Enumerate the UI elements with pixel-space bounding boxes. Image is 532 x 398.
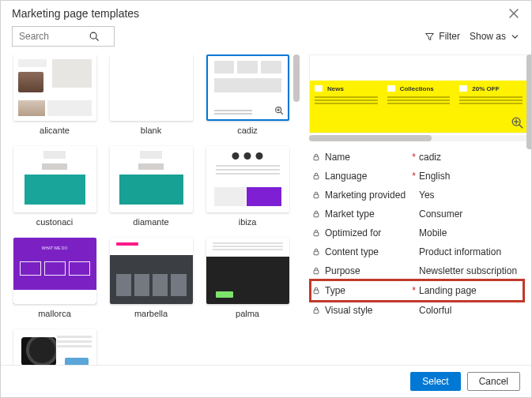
- preview-panel: NewsCollections20% OFF Name*cadizLanguag…: [301, 54, 531, 365]
- property-value: Product information: [419, 246, 522, 257]
- preview-column: Collections: [383, 82, 455, 133]
- template-card-label: alicante: [40, 126, 70, 135]
- property-label-text: Optimized for: [325, 227, 381, 238]
- property-label: Market type*: [312, 208, 419, 220]
- template-thumbnail[interactable]: [206, 54, 289, 121]
- property-label: Marketing provided*: [312, 190, 419, 201]
- template-card-label: custonaci: [36, 217, 73, 227]
- required-indicator: *: [412, 171, 416, 182]
- lock-icon: [312, 229, 320, 237]
- chevron-down-icon: [510, 32, 520, 42]
- search-box[interactable]: [12, 26, 115, 47]
- template-card-label: diamante: [133, 217, 168, 227]
- dialog-header: Marketing page templates: [1, 1, 531, 23]
- property-row: Marketing provided*Yes: [311, 186, 523, 205]
- template-thumbnail[interactable]: [110, 146, 193, 212]
- scrollbar-thumb[interactable]: [526, 54, 531, 149]
- template-card[interactable]: palma: [205, 238, 290, 318]
- template-preview: NewsCollections20% OFF: [309, 54, 528, 133]
- lock-icon: [312, 248, 320, 256]
- property-value: Yes: [419, 190, 522, 201]
- preview-column: News: [310, 82, 383, 133]
- dialog-footer: Select Cancel: [1, 365, 531, 397]
- template-card[interactable]: [12, 329, 97, 365]
- lock-icon: [312, 267, 320, 275]
- template-thumbnail[interactable]: [13, 54, 96, 121]
- property-label: Purpose*: [312, 265, 419, 276]
- lock-icon: [312, 306, 320, 314]
- dialog-main: alicanteblankcadizcustonacidiamanteibiza…: [1, 54, 531, 365]
- template-card[interactable]: WHAT WE DOmallorca: [12, 238, 97, 318]
- property-label: Content type*: [312, 246, 419, 257]
- property-label: Language*: [312, 171, 419, 182]
- template-card-label: blank: [141, 126, 161, 135]
- property-label: Name*: [312, 152, 419, 163]
- lock-icon: [312, 210, 320, 218]
- property-row: Visual style*Colorful: [311, 301, 523, 320]
- template-thumbnail[interactable]: [206, 146, 289, 212]
- scrollbar-thumb[interactable]: [293, 54, 300, 102]
- template-gallery: alicanteblankcadizcustonacidiamanteibiza…: [1, 54, 301, 365]
- svg-rect-7: [314, 232, 319, 236]
- template-thumbnail[interactable]: [110, 54, 193, 121]
- property-value: cadiz: [419, 152, 522, 163]
- property-label-text: Language: [325, 171, 367, 182]
- property-label-text: Content type: [325, 246, 379, 257]
- property-label-text: Marketing provided: [325, 190, 406, 201]
- property-row: Purpose*Newsletter subscription: [311, 261, 523, 280]
- property-row: Language*English: [311, 167, 523, 186]
- template-thumbnail[interactable]: [13, 146, 96, 212]
- template-card[interactable]: ibiza: [205, 146, 290, 227]
- preview-horizontal-scrollbar[interactable]: [309, 135, 528, 141]
- property-label-text: Name: [325, 152, 350, 163]
- svg-rect-3: [314, 156, 319, 160]
- property-row: Content type*Product information: [311, 242, 523, 261]
- lock-icon: [312, 172, 320, 180]
- property-label-text: Purpose: [325, 265, 360, 276]
- svg-rect-10: [314, 290, 319, 294]
- property-value: Landing page: [419, 285, 522, 296]
- template-card-label: mallorca: [38, 309, 71, 318]
- property-label-text: Visual style: [325, 305, 372, 316]
- template-card[interactable]: blank: [108, 54, 194, 135]
- search-input[interactable]: [17, 30, 89, 43]
- template-card[interactable]: custonaci: [12, 146, 97, 227]
- template-thumbnail[interactable]: [13, 329, 96, 365]
- zoom-icon[interactable]: [510, 115, 524, 130]
- cancel-button[interactable]: Cancel: [467, 372, 520, 391]
- svg-rect-6: [314, 213, 319, 217]
- zoom-icon: [274, 105, 285, 116]
- property-value: Colorful: [419, 305, 522, 316]
- gallery-scrollbar[interactable]: [293, 54, 300, 365]
- template-card-label: ibiza: [239, 217, 257, 227]
- scrollbar-thumb[interactable]: [309, 135, 432, 141]
- template-card[interactable]: cadiz: [205, 54, 290, 135]
- showas-button[interactable]: Show as: [470, 31, 520, 42]
- template-card[interactable]: diamante: [108, 146, 194, 227]
- svg-rect-4: [314, 175, 319, 179]
- property-row: Market type*Consumer: [311, 205, 523, 223]
- svg-rect-8: [314, 251, 319, 255]
- preview-vertical-scrollbar[interactable]: [526, 54, 531, 365]
- template-thumbnail[interactable]: [206, 238, 289, 304]
- preview-column-head: Collections: [400, 85, 434, 92]
- svg-rect-5: [314, 194, 319, 198]
- property-row: Type*Landing page: [311, 280, 523, 301]
- template-card[interactable]: marbella: [108, 238, 194, 318]
- select-button[interactable]: Select: [410, 372, 460, 391]
- property-label: Type*: [312, 285, 419, 296]
- property-row: Name*cadiz: [311, 148, 523, 167]
- svg-rect-11: [314, 310, 319, 314]
- template-thumbnail[interactable]: WHAT WE DO: [13, 238, 96, 304]
- template-card[interactable]: alicante: [12, 54, 97, 135]
- required-indicator: *: [412, 152, 416, 163]
- template-card-label: marbella: [134, 309, 168, 318]
- lock-icon: [312, 191, 320, 199]
- gallery-scroll[interactable]: alicanteblankcadizcustonacidiamanteibiza…: [12, 54, 290, 365]
- filter-button[interactable]: Filter: [424, 31, 460, 42]
- close-button[interactable]: [507, 7, 520, 20]
- property-value: Consumer: [419, 208, 522, 220]
- template-thumbnail[interactable]: [110, 238, 193, 304]
- showas-label: Show as: [470, 31, 506, 42]
- preview-column-head: News: [327, 85, 344, 92]
